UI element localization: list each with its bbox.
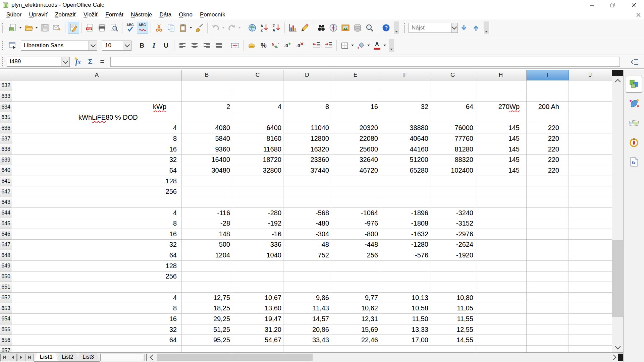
cell-I657[interactable]	[527, 346, 569, 352]
cell-A636[interactable]: 4	[12, 123, 182, 134]
cell-E642[interactable]	[331, 186, 380, 197]
cell-B638[interactable]: 9360	[182, 144, 232, 155]
cell-F641[interactable]	[380, 176, 430, 187]
cell-F654[interactable]: 11,50	[380, 314, 430, 324]
background-color-dropdown-arrow[interactable]	[367, 45, 370, 46]
cell-I633[interactable]	[527, 91, 569, 102]
borders-button[interactable]	[339, 40, 351, 52]
cell-B656[interactable]: 95,25	[182, 335, 232, 346]
cell-D634[interactable]: 8	[283, 102, 331, 112]
auto-spellcheck-button[interactable]: ABC	[137, 22, 148, 34]
cell-B649[interactable]	[182, 261, 232, 272]
cell-G638[interactable]: 81280	[430, 144, 475, 155]
row-header-636[interactable]: 636	[0, 123, 12, 134]
cell-F648[interactable]: -576	[380, 250, 430, 261]
cell-D641[interactable]	[283, 176, 331, 187]
cell-A650[interactable]: 256	[12, 272, 182, 282]
sidebar-toggle-icon[interactable]	[630, 58, 640, 66]
sort-ascending-button[interactable]: A Z	[259, 22, 270, 34]
align-right-button[interactable]	[201, 40, 212, 52]
cell-B639[interactable]: 16400	[182, 155, 232, 165]
cell-D655[interactable]: 20,86	[283, 324, 331, 335]
find-combo[interactable]	[409, 23, 458, 33]
column-header-G[interactable]: G	[430, 70, 475, 80]
cell-J651[interactable]	[569, 282, 612, 293]
cell-E640[interactable]: 46720	[331, 165, 380, 176]
cell-D637[interactable]: 12800	[283, 133, 331, 144]
cell-H642[interactable]	[475, 186, 527, 197]
open-dropdown-arrow[interactable]	[35, 27, 38, 28]
first-sheet-button[interactable]	[0, 354, 8, 361]
close-document-icon[interactable]	[635, 11, 642, 18]
cell-B654[interactable]: 29,25	[182, 314, 232, 324]
cell-G633[interactable]	[430, 91, 475, 102]
cell-H657[interactable]	[475, 346, 527, 352]
cell-I647[interactable]	[527, 240, 569, 250]
column-header-B[interactable]: B	[182, 70, 232, 80]
cell-G654[interactable]: 11,55	[430, 314, 475, 324]
cell-I644[interactable]	[527, 208, 569, 219]
new-dropdown-arrow[interactable]	[19, 27, 22, 28]
navigator-button[interactable]	[328, 22, 339, 34]
horizontal-scroll-thumb[interactable]	[157, 354, 313, 361]
cell-G648[interactable]: -1920	[430, 250, 475, 261]
select-all-corner[interactable]	[0, 70, 12, 80]
cell-E657[interactable]	[331, 346, 380, 352]
cell-H655[interactable]	[475, 324, 527, 335]
cell-D653[interactable]: 11,43	[283, 303, 331, 314]
cell-D654[interactable]: 14,57	[283, 314, 331, 324]
sheet-tab-list2[interactable]: List2	[56, 353, 79, 362]
cell-I655[interactable]	[527, 324, 569, 335]
cell-C639[interactable]: 18720	[232, 155, 283, 165]
cell-C636[interactable]: 6400	[232, 123, 283, 134]
cell-A656[interactable]: 64	[12, 335, 182, 346]
cell-D657[interactable]	[283, 346, 331, 352]
cell-E636[interactable]: 20320	[331, 123, 380, 134]
cell-B657[interactable]	[182, 346, 232, 352]
cell-B647[interactable]: 500	[182, 240, 232, 250]
formula-input-line[interactable]	[110, 57, 620, 67]
cell-I632[interactable]	[527, 80, 569, 91]
cell-I640[interactable]: 220	[527, 165, 569, 176]
cell-F652[interactable]: 10,13	[380, 293, 430, 303]
cell-F651[interactable]	[380, 282, 430, 293]
cell-I651[interactable]	[527, 282, 569, 293]
minimize-button[interactable]	[582, 0, 602, 10]
undo-button[interactable]	[210, 22, 221, 34]
font-size-dropdown[interactable]	[123, 41, 131, 50]
cell-D644[interactable]: -568	[283, 208, 331, 219]
sidebar-functions-button[interactable]: fx	[626, 154, 642, 170]
cell-F634[interactable]: 32	[380, 102, 430, 112]
close-button[interactable]	[623, 0, 644, 10]
cell-H646[interactable]	[475, 229, 527, 240]
cell-G652[interactable]: 10,80	[430, 293, 475, 303]
vertical-scrollbar[interactable]	[612, 70, 623, 352]
cell-F639[interactable]: 51200	[380, 155, 430, 165]
cell-D635[interactable]	[283, 112, 331, 123]
cell-F646[interactable]: -1632	[380, 229, 430, 240]
row-header-651[interactable]: 651	[0, 282, 12, 293]
cell-I642[interactable]	[527, 186, 569, 197]
cell-A655[interactable]: 32	[12, 324, 182, 335]
cell-E641[interactable]	[331, 176, 380, 187]
cell-A651[interactable]	[12, 282, 182, 293]
cell-I645[interactable]	[527, 218, 569, 229]
cell-I634[interactable]: 200 Ah	[527, 102, 569, 112]
cell-E655[interactable]: 15,69	[331, 324, 380, 335]
borders-dropdown-arrow[interactable]	[351, 45, 354, 46]
cell-H647[interactable]	[475, 240, 527, 250]
cell-H643[interactable]	[475, 197, 527, 208]
cell-I639[interactable]: 220	[527, 155, 569, 165]
row-header-649[interactable]: 649	[0, 261, 12, 272]
cell-J648[interactable]	[569, 250, 612, 261]
cell-D638[interactable]: 16320	[283, 144, 331, 155]
cell-H637[interactable]: 145	[475, 133, 527, 144]
name-box-dropdown[interactable]	[61, 57, 69, 66]
cell-D640[interactable]: 37440	[283, 165, 331, 176]
cell-B633[interactable]	[182, 91, 232, 102]
spellcheck-button[interactable]: ABC	[125, 22, 136, 34]
cell-D643[interactable]	[283, 197, 331, 208]
cell-H652[interactable]	[475, 293, 527, 303]
cell-B643[interactable]	[182, 197, 232, 208]
data-sources-button[interactable]	[352, 22, 363, 34]
